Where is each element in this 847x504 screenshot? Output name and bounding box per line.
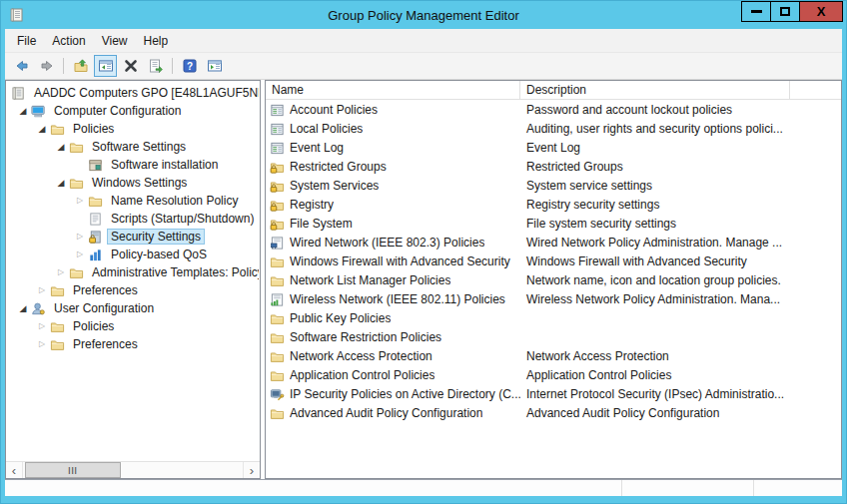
expanded-expander-icon[interactable]: ◢: [53, 174, 69, 192]
show-action-pane-button[interactable]: [203, 55, 226, 77]
tree-item-label: Policy-based QoS: [107, 247, 211, 262]
scrollbar-track[interactable]: |||: [23, 462, 243, 478]
tool-bar: ?: [5, 53, 842, 80]
back-button[interactable]: [10, 55, 33, 77]
list-item-software-restriction-policies[interactable]: Software Restriction Policies: [266, 327, 841, 346]
list-item-description: Event Log: [520, 141, 790, 155]
list-item-name-cell: Wireless Network (IEEE 802.11) Policies: [266, 291, 520, 307]
menu-help[interactable]: Help: [136, 31, 177, 51]
title-bar[interactable]: Group Policy Management Editor X: [1, 1, 846, 29]
expanded-expander-icon[interactable]: ◢: [15, 102, 31, 120]
list-item-ip-security-policies-on-active-directory-c[interactable]: IP Security Policies on Active Directory…: [266, 384, 841, 403]
up-one-level-button[interactable]: [69, 55, 92, 77]
status-segment: [622, 480, 754, 496]
gpo-scroll-icon: [11, 85, 27, 101]
export-list-button[interactable]: [144, 55, 167, 77]
list-item-system-services[interactable]: System ServicesSystem service settings: [266, 176, 841, 195]
column-header-description[interactable]: Description: [520, 81, 790, 99]
maximize-icon: [780, 7, 790, 16]
tree-item-scripts-startup-shutdown[interactable]: Scripts (Startup/Shutdown): [6, 210, 260, 228]
action-pane-icon: [207, 58, 223, 74]
tree-item-label: Software Settings: [88, 139, 190, 155]
collapsed-expander-icon[interactable]: ▷: [72, 228, 88, 246]
tree-item-aaddc-computers-gpo-e48l1aguf5ndc[interactable]: AADDC Computers GPO [E48L1AGUF5NDC: [6, 84, 260, 102]
list-item-network-access-protection[interactable]: Network Access ProtectionNetwork Access …: [266, 346, 841, 365]
minimize-button[interactable]: [741, 1, 771, 22]
tree-item-administrative-templates-policy[interactable]: ▷Administrative Templates: Policy: [6, 263, 260, 281]
list-item-description: Restricted Groups: [520, 160, 790, 174]
list-item-description: Network name, icon and location group po…: [520, 273, 790, 287]
tree-item-policy-based-qos[interactable]: ▷Policy-based QoS: [6, 246, 260, 263]
scroll-left-button[interactable]: ‹: [6, 462, 23, 478]
list-item-registry[interactable]: RegistryRegistry security settings: [266, 195, 841, 214]
help-button[interactable]: ?: [178, 55, 201, 77]
folder-icon: [270, 405, 286, 421]
list-item-name-cell: Network List Manager Policies: [266, 272, 520, 288]
list-item-description: Wired Network Policy Administration. Man…: [520, 236, 790, 250]
tree-item-preferences[interactable]: ▷Preferences: [6, 281, 260, 299]
list-item-wireless-network-ieee-802-11-policies[interactable]: Wireless Network (IEEE 802.11) PoliciesW…: [266, 289, 841, 308]
list-item-name-cell: Event Log: [266, 140, 520, 156]
tree-item-label: Scripts (Startup/Shutdown): [107, 211, 258, 227]
tree-item-computer-configuration[interactable]: ◢Computer Configuration: [6, 102, 260, 120]
list-item-description: Application Control Policies: [520, 368, 790, 382]
list-item-name: Wired Network (IEEE 802.3) Policies: [290, 236, 484, 250]
tree-item-preferences[interactable]: ▷Preferences: [6, 335, 260, 353]
tree-item-windows-settings[interactable]: ◢Windows Settings: [6, 174, 260, 192]
show-console-tree-button[interactable]: [94, 55, 117, 77]
expanded-expander-icon[interactable]: ◢: [15, 299, 31, 317]
list-item-network-list-manager-policies[interactable]: Network List Manager PoliciesNetwork nam…: [266, 270, 841, 289]
forward-button[interactable]: [35, 55, 58, 77]
list-item-file-system[interactable]: File SystemFile system security settings: [266, 214, 841, 233]
tree-item-user-configuration[interactable]: ◢User Configuration: [6, 299, 260, 317]
tree-item-security-settings[interactable]: ▷Security Settings: [6, 228, 260, 246]
expanded-expander-icon[interactable]: ◢: [34, 120, 50, 138]
tree-item-policies[interactable]: ▷Policies: [6, 317, 260, 335]
list-item-application-control-policies[interactable]: Application Control PoliciesApplication …: [266, 365, 841, 384]
tree-item-label: Policies: [69, 318, 118, 334]
list-item-restricted-groups[interactable]: Restricted GroupsRestricted Groups: [266, 157, 841, 176]
list-item-advanced-audit-policy-configuration[interactable]: Advanced Audit Policy ConfigurationAdvan…: [266, 403, 841, 422]
back-icon: [14, 58, 30, 74]
menu-file[interactable]: File: [9, 31, 44, 51]
expanded-expander-icon[interactable]: ◢: [53, 138, 69, 156]
close-button[interactable]: X: [799, 1, 843, 22]
list-item-public-key-policies[interactable]: Public Key Policies: [266, 308, 841, 327]
folder-icon: [50, 336, 66, 352]
collapsed-expander-icon[interactable]: ▷: [34, 335, 50, 353]
menu-view[interactable]: View: [94, 31, 136, 51]
list-item-name: Software Restriction Policies: [290, 330, 441, 344]
wireless-network-icon: [270, 291, 286, 307]
delete-button[interactable]: [119, 55, 142, 77]
scrollbar-thumb[interactable]: |||: [25, 462, 121, 478]
menu-action[interactable]: Action: [44, 31, 93, 51]
menu-bar: FileActionViewHelp: [5, 29, 842, 53]
tree-item-label: Preferences: [69, 282, 142, 298]
export-list-icon: [148, 58, 164, 74]
collapsed-expander-icon[interactable]: ▷: [72, 246, 88, 263]
list-item-wired-network-ieee-802-3-policies[interactable]: Wired Network (IEEE 802.3) PoliciesWired…: [266, 233, 841, 252]
toolbar-separator: [63, 58, 64, 74]
column-header-name[interactable]: Name: [266, 81, 520, 99]
maximize-button[interactable]: [770, 1, 800, 22]
list-item-name-cell: Local Policies: [266, 121, 520, 137]
policy-ledger-icon: [270, 140, 286, 156]
collapsed-expander-icon[interactable]: ▷: [53, 263, 69, 281]
collapsed-expander-icon[interactable]: ▷: [34, 281, 50, 299]
tree-item-name-resolution-policy[interactable]: ▷Name Resolution Policy: [6, 192, 260, 210]
folder-icon: [69, 264, 85, 280]
scroll-right-button[interactable]: ›: [243, 462, 260, 478]
tree-item-policies[interactable]: ◢Policies: [6, 120, 260, 138]
collapsed-expander-icon[interactable]: ▷: [34, 317, 50, 335]
list-item-local-policies[interactable]: Local PoliciesAuditing, user rights and …: [266, 119, 841, 138]
list-item-event-log[interactable]: Event LogEvent Log: [266, 138, 841, 157]
collapsed-expander-icon[interactable]: ▷: [72, 192, 88, 210]
tree-item-software-installation[interactable]: Software installation: [6, 156, 260, 174]
list-item-description: File system security settings: [520, 217, 790, 231]
list-item-windows-firewall-with-advanced-security[interactable]: Windows Firewall with Advanced SecurityW…: [266, 252, 841, 270]
tree-item-software-settings[interactable]: ◢Software Settings: [6, 138, 260, 156]
list-item-name: Account Policies: [290, 103, 378, 117]
list-body: Account PoliciesPassword and account loc…: [266, 100, 841, 478]
script-icon: [88, 211, 104, 227]
list-item-account-policies[interactable]: Account PoliciesPassword and account loc…: [266, 100, 841, 119]
